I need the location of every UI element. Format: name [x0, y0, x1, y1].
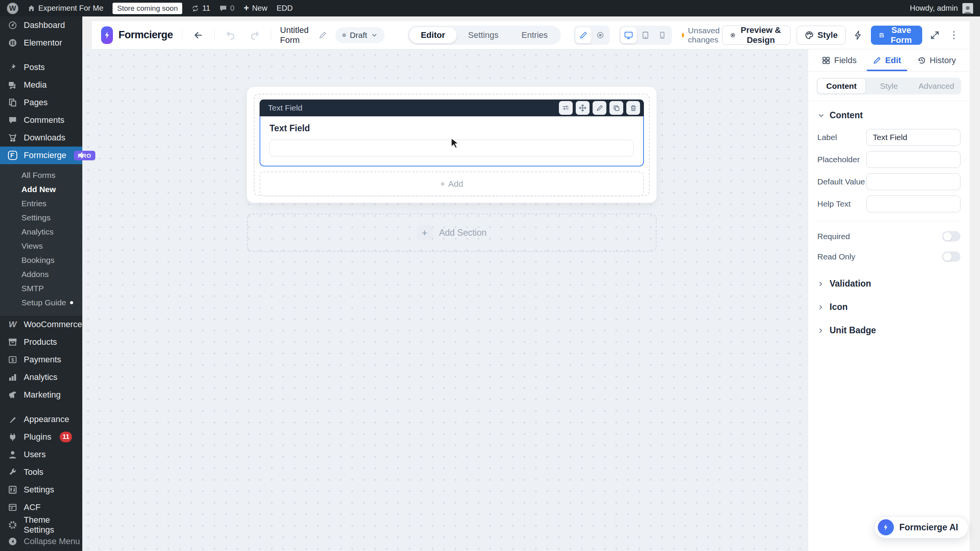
more-options-button[interactable]: ⋮	[947, 28, 960, 42]
collapse-menu-button[interactable]: Collapse Menu	[0, 533, 82, 550]
mouse-cursor	[450, 137, 461, 150]
help-text-input[interactable]	[866, 196, 960, 212]
default-value-input[interactable]	[866, 173, 960, 190]
submenu-settings[interactable]: Settings	[0, 210, 82, 225]
submenu-addons[interactable]: Addons	[0, 267, 82, 281]
howdy-text[interactable]: Howdy, admin	[910, 4, 958, 13]
field-settings-button[interactable]	[559, 101, 573, 115]
sidebar-item-analytics[interactable]: Analytics	[0, 368, 82, 386]
submenu-analytics[interactable]: Analytics	[0, 225, 82, 239]
redo-button[interactable]	[248, 28, 261, 42]
sidebar-item-tools[interactable]: Tools	[0, 463, 82, 481]
sidebar-item-comments[interactable]: Comments	[0, 111, 82, 129]
formcierge-ai-button[interactable]: Formcierge AI	[874, 516, 969, 538]
updates-link[interactable]: 11	[191, 4, 210, 13]
sidebar-item-downloads[interactable]: Downloads	[0, 129, 82, 147]
sidebar-item-settings[interactable]: Settings	[0, 481, 82, 499]
avatar[interactable]	[962, 3, 973, 14]
bar-chart-icon	[8, 373, 18, 381]
sidebar-item-elementor[interactable]: Elementor	[0, 34, 82, 52]
sidebar-item-products[interactable]: Products	[0, 333, 82, 351]
edit-title-icon[interactable]	[318, 31, 327, 39]
field-move-button[interactable]	[576, 101, 590, 115]
tab-history[interactable]: History	[918, 49, 956, 71]
save-icon	[879, 31, 884, 40]
plugins-count-badge: 11	[60, 432, 72, 442]
submenu-views[interactable]: Views	[0, 239, 82, 253]
sidebar-item-formcierge[interactable]: Formcierge PRO	[0, 147, 82, 164]
chevron-right-icon	[817, 304, 824, 311]
expand-icon	[930, 30, 940, 40]
edd-link[interactable]: EDD	[276, 4, 292, 13]
home-icon	[28, 5, 35, 12]
tab-settings[interactable]: Settings	[457, 27, 510, 43]
placeholder-input[interactable]	[866, 151, 960, 168]
site-name-link[interactable]: Experiment For Me	[28, 4, 103, 13]
sidebar-item-plugins[interactable]: Plugins 11	[0, 428, 82, 446]
desktop-view-button[interactable]	[621, 27, 637, 43]
sidebar-item-appearance[interactable]: Appearance	[0, 411, 82, 428]
sidebar-item-marketing[interactable]: Marketing	[0, 386, 82, 404]
sidebar-item-payments[interactable]: $ Payments	[0, 351, 82, 368]
submenu-all-forms[interactable]: All Forms	[0, 168, 82, 182]
tab-entries[interactable]: Entries	[510, 27, 559, 43]
wordpress-logo-icon[interactable]: W	[7, 3, 18, 14]
unit-badge-section-header[interactable]: Unit Badge	[817, 325, 960, 336]
bolt-icon	[853, 30, 863, 40]
content-section-header[interactable]: Content	[817, 110, 960, 121]
undo-button[interactable]	[224, 28, 238, 42]
field-edit-button[interactable]	[593, 101, 606, 115]
read-only-toggle[interactable]	[942, 251, 960, 262]
field-block-header[interactable]: Text Field	[260, 99, 644, 116]
sidebar-item-posts[interactable]: Posts	[0, 59, 82, 76]
sidebar-item-theme-settings[interactable]: Theme Settings	[0, 516, 82, 534]
woocommerce-icon: W	[8, 320, 18, 329]
save-form-button[interactable]: Save Form	[871, 26, 922, 45]
subtab-advanced[interactable]: Advanced	[913, 79, 960, 93]
comments-link[interactable]: 0	[219, 4, 234, 13]
validation-section-header[interactable]: Validation	[817, 279, 960, 289]
tab-fields[interactable]: Fields	[822, 49, 857, 71]
sidebar-item-woocommerce[interactable]: W WooCommerce	[0, 316, 82, 333]
subtab-content[interactable]: Content	[818, 79, 865, 93]
add-section-button[interactable]: + Add Section	[247, 214, 657, 252]
fullscreen-button[interactable]	[928, 29, 941, 42]
field-delete-button[interactable]	[626, 101, 640, 115]
mobile-view-button[interactable]	[654, 27, 670, 43]
text-field-block[interactable]: Text Field Text Field	[260, 99, 644, 166]
scrollbar-track[interactable]	[970, 16, 980, 551]
trash-icon	[630, 104, 637, 112]
preview-mode-button[interactable]	[592, 27, 608, 43]
field-duplicate-button[interactable]	[609, 101, 623, 115]
submenu-setup-guide[interactable]: Setup Guide	[0, 295, 82, 310]
style-button[interactable]: Style	[797, 26, 846, 45]
back-button[interactable]	[191, 28, 205, 42]
sidebar-item-acf[interactable]: ACF	[0, 499, 82, 516]
edit-mode-button[interactable]	[575, 27, 591, 43]
tab-edit[interactable]: Edit	[873, 49, 901, 71]
submenu-smtp[interactable]: SMTP	[0, 281, 82, 295]
sidebar-item-dashboard[interactable]: Dashboard	[0, 16, 82, 34]
quick-actions-button[interactable]	[852, 29, 865, 42]
sidebar-item-pages[interactable]: Pages	[0, 94, 82, 111]
tab-editor[interactable]: Editor	[409, 27, 457, 43]
tablet-view-button[interactable]	[637, 27, 653, 43]
add-field-button[interactable]: + Add	[260, 171, 644, 197]
svg-text:$: $	[11, 357, 14, 363]
status-dropdown[interactable]: Draft	[335, 27, 385, 43]
brand-name: Formcierge	[118, 29, 173, 41]
icon-section-header[interactable]: Icon	[817, 302, 960, 312]
new-content-link[interactable]: + New	[243, 4, 267, 13]
submenu-add-new[interactable]: Add New	[0, 182, 82, 196]
form-title[interactable]: Untitled Form	[280, 25, 315, 45]
sidebar-item-users[interactable]: Users	[0, 446, 82, 463]
form-canvas[interactable]: Text Field Text Field	[82, 49, 808, 551]
submenu-entries[interactable]: Entries	[0, 196, 82, 210]
preview-design-button[interactable]: Preview & Design	[722, 26, 791, 45]
label-input[interactable]	[866, 129, 960, 146]
sidebar-item-media[interactable]: Media	[0, 76, 82, 94]
submenu-bookings[interactable]: Bookings	[0, 253, 82, 267]
subtab-style[interactable]: Style	[865, 79, 913, 93]
unsaved-text: Unsaved changes	[688, 26, 722, 44]
required-toggle[interactable]	[942, 231, 960, 241]
